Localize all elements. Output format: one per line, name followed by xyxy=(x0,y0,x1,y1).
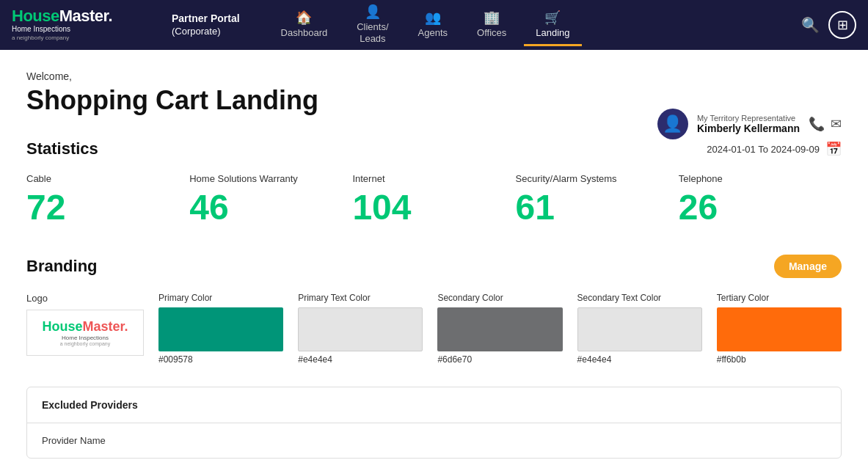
nav-dashboard[interactable]: 🏠 Dashboard xyxy=(269,4,340,46)
rep-info: My Territory Representative Kimberly Kel… xyxy=(697,114,800,134)
color-secondary-text-swatch xyxy=(577,307,702,351)
date-range-text: 2024-01-01 To 2024-09-09 xyxy=(707,144,820,155)
nav-agents[interactable]: 👥 Agents xyxy=(406,4,459,46)
stat-security-label: Security/Alarm Systems xyxy=(516,173,664,184)
color-secondary-label: Secondary Color xyxy=(437,293,562,303)
color-secondary-swatch xyxy=(437,307,562,351)
color-tertiary-label: Tertiary Color xyxy=(717,293,842,303)
logo-subtitle: Home Inspections xyxy=(12,24,151,34)
main-nav: 🏠 Dashboard 👤 Clients/Leads 👥 Agents 🏢 O… xyxy=(269,0,789,52)
date-range: 2024-01-01 To 2024-09-09 📅 xyxy=(707,141,842,157)
offices-icon: 🏢 xyxy=(484,10,500,26)
color-primary-swatch xyxy=(158,307,283,351)
stat-internet-value: 104 xyxy=(352,190,500,225)
color-primary-text-swatch xyxy=(298,307,423,351)
stat-cable-label: Cable xyxy=(26,173,175,184)
rep-avatar-icon: 👤 xyxy=(663,114,682,134)
color-primary-label: Primary Color xyxy=(158,293,283,303)
color-secondary-text-hex: #e4e4e4 xyxy=(577,354,702,365)
welcome-text: Welcome, xyxy=(26,70,842,82)
stats-header: Statistics 2024-01-01 To 2024-09-09 📅 xyxy=(26,139,842,158)
nav-landing[interactable]: 🛒 Landing xyxy=(524,4,581,46)
rep-bar: 👤 My Territory Representative Kimberly K… xyxy=(657,109,842,139)
rep-actions: 📞 ✉ xyxy=(809,116,842,132)
branding-section-title: Branding xyxy=(26,257,98,276)
logo: HouseMaster. xyxy=(12,8,151,24)
dashboard-icon: 🏠 xyxy=(296,10,312,26)
brand-logo-area: Logo HouseMaster. Home Inspections a nei… xyxy=(26,293,144,356)
brand-logo-img: HouseMaster. Home Inspections a neighbor… xyxy=(26,310,144,356)
color-secondary-text-label: Secondary Text Color xyxy=(577,293,702,303)
color-primary: Primary Color #009578 xyxy=(158,293,283,365)
nav-landing-label: Landing xyxy=(536,27,569,38)
color-tertiary-hex: #ff6b0b xyxy=(717,354,842,365)
excluded-providers-header: Excluded Providers xyxy=(27,387,841,423)
search-button[interactable]: 🔍 xyxy=(801,16,820,34)
email-icon[interactable]: ✉ xyxy=(831,116,842,132)
color-primary-hex: #009578 xyxy=(158,354,283,365)
stat-telephone-value: 26 xyxy=(679,190,827,225)
stats-grid: Cable 72 Home Solutions Warranty 46 Inte… xyxy=(26,173,842,225)
stat-security: Security/Alarm Systems 61 xyxy=(516,173,679,225)
logo-neighborly: a neighborly company xyxy=(12,34,151,42)
stat-telephone: Telephone 26 xyxy=(679,173,842,225)
color-primary-text-label: Primary Text Color xyxy=(298,293,423,303)
manage-button[interactable]: Manage xyxy=(774,255,842,278)
color-secondary-hex: #6d6e70 xyxy=(437,354,562,365)
brand-logo-sub-text: Home Inspections xyxy=(62,335,109,341)
stat-cable-value: 72 xyxy=(26,190,175,225)
clients-icon: 👤 xyxy=(365,4,381,20)
user-avatar-button[interactable]: ⊞ xyxy=(828,11,856,39)
stat-home-solutions-value: 46 xyxy=(189,190,338,225)
phone-icon[interactable]: 📞 xyxy=(809,116,825,132)
stat-home-solutions-label: Home Solutions Warranty xyxy=(189,173,338,184)
avatar-icon: ⊞ xyxy=(837,17,848,33)
rep-title: My Territory Representative xyxy=(697,114,800,123)
color-tertiary-swatch xyxy=(717,307,842,351)
rep-avatar: 👤 xyxy=(657,109,688,139)
header: HouseMaster. Home Inspections a neighbor… xyxy=(0,0,868,50)
color-tertiary: Tertiary Color #ff6b0b xyxy=(717,293,842,365)
agents-icon: 👥 xyxy=(425,10,441,26)
nav-offices-label: Offices xyxy=(477,27,506,38)
rep-name: Kimberly Kellermann xyxy=(697,123,800,134)
stat-telephone-label: Telephone xyxy=(679,173,827,184)
stat-security-value: 61 xyxy=(516,190,664,225)
branding-header: Branding Manage xyxy=(26,255,842,278)
calendar-icon[interactable]: 📅 xyxy=(825,141,842,157)
stat-internet: Internet 104 xyxy=(352,173,515,225)
partner-label: Partner Portal (Corporate) xyxy=(172,12,240,37)
header-right: 🔍 ⊞ xyxy=(801,11,856,39)
brand-logo-label: Logo xyxy=(26,293,144,304)
logo-area: HouseMaster. Home Inspections a neighbor… xyxy=(12,8,151,42)
stat-cable: Cable 72 xyxy=(26,173,189,225)
color-primary-text-hex: #e4e4e4 xyxy=(298,354,423,365)
landing-icon: 🛒 xyxy=(544,10,561,26)
excluded-providers-section: Excluded Providers Provider Name xyxy=(26,387,842,459)
color-secondary-text: Secondary Text Color #e4e4e4 xyxy=(577,293,702,365)
stat-home-solutions: Home Solutions Warranty 46 xyxy=(189,173,352,225)
stat-internet-label: Internet xyxy=(352,173,500,184)
branding-grid: Logo HouseMaster. Home Inspections a nei… xyxy=(26,293,842,365)
stats-section-title: Statistics xyxy=(26,139,98,158)
page-wrapper: 👤 My Territory Representative Kimberly K… xyxy=(0,50,868,460)
color-primary-text: Primary Text Color #e4e4e4 xyxy=(298,293,423,365)
nav-dashboard-label: Dashboard xyxy=(281,27,328,38)
main-content: 👤 My Territory Representative Kimberly K… xyxy=(0,50,868,460)
nav-offices[interactable]: 🏢 Offices xyxy=(465,4,518,46)
nav-agents-label: Agents xyxy=(418,27,448,38)
color-secondary: Secondary Color #6d6e70 xyxy=(437,293,562,365)
brand-logo-neighborly: a neighborly company xyxy=(60,341,111,346)
excluded-providers-body: Provider Name xyxy=(27,423,841,458)
nav-clients-leads[interactable]: 👤 Clients/Leads xyxy=(345,0,400,52)
brand-logo-main-text: HouseMaster. xyxy=(42,319,128,335)
nav-clients-label: Clients/Leads xyxy=(357,21,388,44)
